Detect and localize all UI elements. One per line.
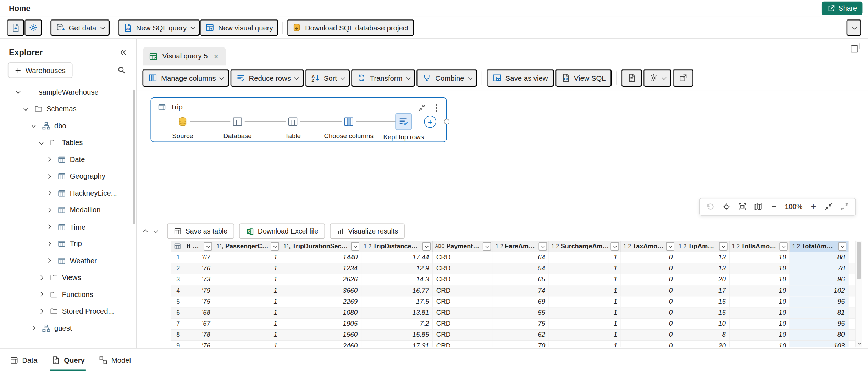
chevron-right-icon[interactable] xyxy=(37,293,45,296)
manage-columns-button[interactable]: Manage columns xyxy=(142,69,229,87)
column-filter-button[interactable] xyxy=(610,242,619,250)
column-filter-button[interactable] xyxy=(779,242,787,250)
chevron-right-icon[interactable] xyxy=(44,191,53,195)
step-table[interactable]: Table xyxy=(266,114,320,140)
column-filter-button[interactable] xyxy=(719,242,727,250)
step-source[interactable]: Source xyxy=(156,114,209,140)
column-filter-button[interactable] xyxy=(204,242,212,250)
undo-icon[interactable] xyxy=(706,202,715,211)
tab-data[interactable]: Data xyxy=(10,349,37,371)
tree-item-samplewarehouse[interactable]: sampleWarehouse xyxy=(0,84,136,101)
column-header-SurchargeAmount[interactable]: 1.2SurchargeAmount xyxy=(549,241,621,252)
home-menu[interactable]: Home xyxy=(6,3,34,14)
tab-model[interactable]: Model xyxy=(99,349,131,371)
step-database[interactable]: Database xyxy=(211,114,264,140)
expand-diagonal-icon[interactable] xyxy=(840,202,849,211)
column-filter-button[interactable] xyxy=(666,242,674,250)
tree-item-views[interactable]: Views xyxy=(0,269,136,286)
column-filter-button[interactable] xyxy=(351,242,359,250)
scrollbar-thumb[interactable] xyxy=(857,242,861,279)
expand-results-icon[interactable] xyxy=(143,229,148,234)
explorer-scrollbar[interactable] xyxy=(133,90,135,224)
search-button[interactable] xyxy=(115,63,128,77)
visualize-results-button[interactable]: Visualize results xyxy=(330,223,405,239)
query-settings-button[interactable] xyxy=(643,69,671,87)
close-icon[interactable]: × xyxy=(212,52,220,61)
column-header-PaymentType[interactable]: ABCPaymentType xyxy=(433,241,493,252)
step-kept-top-rows[interactable]: Kept top rows xyxy=(377,114,430,141)
add-step-button[interactable]: + xyxy=(424,116,436,128)
sort-button[interactable]: AZ Sort xyxy=(305,69,350,87)
column-header-FareAmount[interactable]: 1.2FareAmount xyxy=(493,241,549,252)
chevron-down-icon[interactable] xyxy=(37,141,45,144)
new-visual-query-button[interactable]: New visual query xyxy=(200,19,279,36)
tree-item-trip[interactable]: Trip xyxy=(0,235,136,252)
zoom-out-button[interactable]: − xyxy=(770,202,778,211)
grid-corner-cell[interactable] xyxy=(171,241,184,252)
chevron-down-icon[interactable] xyxy=(29,124,38,127)
column-header-TaxAmount[interactable]: 1.2TaxAmount xyxy=(621,241,676,252)
chevron-right-icon[interactable] xyxy=(44,225,53,229)
tree-item-functions[interactable]: Functions xyxy=(0,286,136,303)
column-header-TripDistanceMiles[interactable]: 1.2TripDistanceMiles xyxy=(361,241,433,252)
column-filter-button[interactable] xyxy=(271,242,279,250)
column-header-TipAmount[interactable]: 1.2TipAmount xyxy=(676,241,730,252)
collapse-node-icon[interactable] xyxy=(418,103,426,112)
map-icon[interactable] xyxy=(754,202,763,211)
sql-script-button[interactable] xyxy=(621,69,642,87)
node-output-port[interactable] xyxy=(444,119,450,125)
column-header-tLong[interactable]: tLong xyxy=(184,241,214,252)
tree-item-geography[interactable]: Geography xyxy=(0,168,136,185)
column-filter-button[interactable] xyxy=(838,242,846,250)
chevron-right-icon[interactable] xyxy=(37,310,45,313)
chevron-right-icon[interactable] xyxy=(44,208,53,212)
column-filter-button[interactable] xyxy=(538,242,547,250)
collapse-diagonal-icon[interactable] xyxy=(824,202,833,211)
copy-icon[interactable] xyxy=(851,45,858,52)
download-excel-button[interactable]: X Download Excel file xyxy=(239,223,325,239)
ribbon-collapse-chevron[interactable] xyxy=(846,19,861,36)
tree-item-time[interactable]: Time xyxy=(0,218,136,235)
chevron-down-icon[interactable] xyxy=(21,107,30,110)
column-header-TollsAmount[interactable]: 1.2TollsAmount xyxy=(730,241,790,252)
chevron-right-icon[interactable] xyxy=(44,259,53,262)
tree-item-stored-proced[interactable]: Stored Proced... xyxy=(0,303,136,320)
tree-item-hackneylice[interactable]: HackneyLice... xyxy=(0,185,136,202)
node-more-menu-icon[interactable] xyxy=(435,103,438,113)
query-canvas[interactable]: Trip Source xyxy=(137,91,868,221)
transform-button[interactable]: Transform xyxy=(351,69,415,87)
tree-item-medallion[interactable]: Medallion xyxy=(0,202,136,219)
get-data-button[interactable]: Get data xyxy=(50,19,110,36)
zoom-in-button[interactable]: + xyxy=(810,202,817,211)
column-filter-button[interactable] xyxy=(483,242,491,250)
column-header-PassengerCount[interactable]: 1²₃PassengerCount xyxy=(214,241,281,252)
tree-item-dbo[interactable]: dbo xyxy=(0,117,136,134)
chevron-down-icon[interactable] xyxy=(13,90,22,94)
view-sql-button[interactable]: View SQL xyxy=(555,69,612,87)
tree-item-schemas[interactable]: Schemas xyxy=(0,100,136,117)
add-warehouses-button[interactable]: Warehouses xyxy=(8,62,72,78)
save-as-view-button[interactable]: Save as view xyxy=(487,69,554,87)
tree-item-date[interactable]: Date xyxy=(0,151,136,168)
fit-to-screen-icon[interactable] xyxy=(738,202,747,211)
column-header-TotalAmount[interactable]: 1.2TotalAmount xyxy=(790,241,848,252)
chevron-right-icon[interactable] xyxy=(37,276,45,279)
chevron-right-icon[interactable] xyxy=(44,175,53,178)
chevron-right-icon[interactable] xyxy=(29,326,38,330)
reduce-rows-button[interactable]: Reduce rows xyxy=(230,69,304,87)
new-report-button[interactable] xyxy=(7,19,24,36)
share-button[interactable]: Share xyxy=(821,2,862,15)
collapse-sidebar-icon[interactable] xyxy=(119,48,127,56)
tree-item-weather[interactable]: Weather xyxy=(0,252,136,269)
tree-item-tables[interactable]: Tables xyxy=(0,134,136,151)
scroll-down-button[interactable] xyxy=(856,339,863,347)
chevron-right-icon[interactable] xyxy=(44,158,53,161)
tree-item-guest[interactable]: guest xyxy=(0,320,136,337)
save-as-table-button[interactable]: Save as table xyxy=(167,223,234,239)
query-node-trip[interactable]: Trip Source xyxy=(150,97,447,142)
tab-visual-query-5[interactable]: Visual query 5 × xyxy=(143,47,226,65)
collapse-results-icon[interactable] xyxy=(154,229,158,233)
column-header-TripDurationSeconds[interactable]: 1²₃TripDurationSeconds xyxy=(281,241,361,252)
open-in-new-button[interactable] xyxy=(673,69,693,87)
grid-vertical-scrollbar[interactable] xyxy=(855,241,862,347)
